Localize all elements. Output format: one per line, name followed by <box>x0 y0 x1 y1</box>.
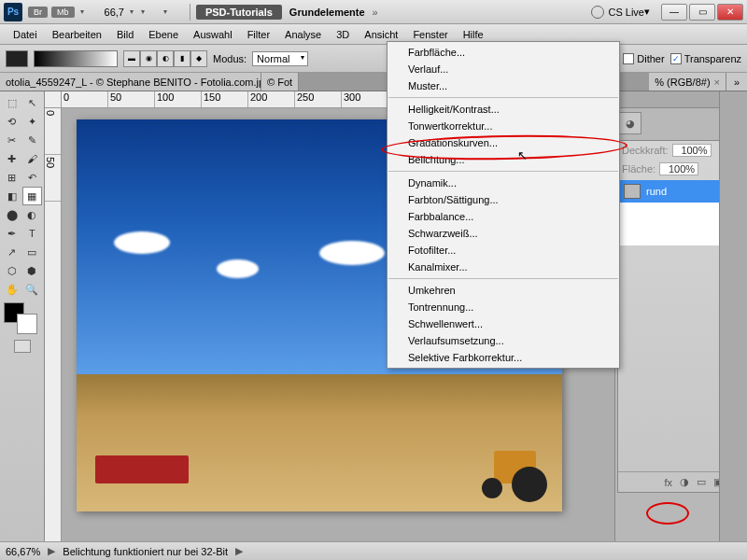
gradient-tool[interactable]: ▦ <box>22 187 43 205</box>
dodge-tool[interactable]: ◐ <box>22 205 43 224</box>
history-tool[interactable]: ↶ <box>22 168 43 187</box>
chevrons-icon[interactable]: » <box>373 7 378 18</box>
menu-farbflaeche[interactable]: Farbfläche... <box>388 44 619 61</box>
color-swatches[interactable] <box>2 302 39 334</box>
reflected-gradient-icon[interactable]: ▮ <box>174 50 190 67</box>
menu-farbbalance[interactable]: Farbbalance... <box>388 208 619 225</box>
radial-gradient-icon[interactable]: ◉ <box>140 50 157 67</box>
diamond-gradient-icon[interactable]: ◆ <box>190 50 207 67</box>
tabs-overflow[interactable]: » <box>726 73 747 91</box>
menu-muster[interactable]: Muster... <box>388 77 619 94</box>
bridge-button[interactable]: Br <box>28 7 48 18</box>
status-bar: 66,67% ▶ Belichtung funktioniert nur bei… <box>0 541 747 560</box>
close-icon[interactable]: × <box>714 77 720 88</box>
layer-name: rund <box>646 186 667 197</box>
doc-tab-1[interactable]: otolia_4559247_L - © Stephane BENITO - F… <box>0 73 261 91</box>
quickmask-icon[interactable] <box>14 340 31 353</box>
eraser-tool[interactable]: ◧ <box>2 187 22 205</box>
flaeche-input[interactable]: 100% <box>659 162 698 175</box>
menu-schwarzweiss[interactable]: Schwarzweiß... <box>388 225 619 242</box>
doc-tab-2a[interactable]: © Fot <box>261 73 299 91</box>
color-panel-icon[interactable]: ◕ <box>619 112 641 134</box>
heal-tool[interactable]: ✚ <box>2 149 22 168</box>
blur-tool[interactable]: ⬤ <box>2 205 22 224</box>
menu-belichtung[interactable]: Belichtung... <box>388 151 619 168</box>
shape-tool[interactable]: ▭ <box>22 243 43 261</box>
panel-dock-strip[interactable] <box>719 91 747 541</box>
psd-tutorials-button[interactable]: PSD-Tutorials <box>196 5 282 20</box>
cs-live-button[interactable]: CS Live ▾ <box>591 6 650 19</box>
title-bar: Ps Br Mb 66,7 PSD-Tutorials Grundelement… <box>0 0 747 24</box>
menu-farbton[interactable]: Farbton/Sättigung... <box>388 191 619 208</box>
menu-tonwertkorrektur[interactable]: Tonwertkorrektur... <box>388 118 619 134</box>
doc-tab-2b[interactable]: % (RGB/8#)× <box>649 73 726 91</box>
transparenz-checkbox[interactable]: ✓Transparenz <box>670 53 741 64</box>
marquee-tool[interactable]: ↖ <box>22 93 43 112</box>
menu-3d[interactable]: 3D <box>329 26 357 43</box>
menu-selektive-farbkorrektur[interactable]: Selektive Farbkorrektur... <box>388 349 619 366</box>
close-button[interactable]: ✕ <box>717 4 743 21</box>
menu-fotofilter[interactable]: Fotofilter... <box>388 242 619 259</box>
status-message: Belichtung funktioniert nur bei 32-Bit <box>63 546 228 557</box>
view-mode-dropdown[interactable] <box>78 7 95 16</box>
modus-select[interactable]: Normal <box>252 51 307 66</box>
menu-filter[interactable]: Filter <box>240 26 277 43</box>
crop-tool[interactable]: ✂ <box>2 131 22 149</box>
wand-tool[interactable]: ✦ <box>22 112 43 131</box>
gradient-picker[interactable] <box>34 50 118 67</box>
menu-ansicht[interactable]: Ansicht <box>357 26 405 43</box>
deckkraft-input[interactable]: 100% <box>672 144 712 157</box>
arrange-dropdown[interactable] <box>139 7 156 16</box>
3d-camera-tool[interactable]: ⬢ <box>22 261 43 280</box>
menu-hilfe[interactable]: Hilfe <box>456 26 491 43</box>
linear-gradient-icon[interactable]: ▬ <box>123 50 140 67</box>
menu-bar: Datei Bearbeiten Bild Ebene Auswahl Filt… <box>0 24 747 45</box>
screen-dropdown[interactable] <box>162 7 178 16</box>
menu-gradationskurven[interactable]: Gradationskurven... <box>388 134 619 151</box>
3d-tool[interactable]: ⬡ <box>2 261 22 280</box>
maximize-button[interactable]: ▭ <box>689 4 715 21</box>
menu-helligkeit[interactable]: Helligkeit/Kontrast... <box>388 101 619 118</box>
move-tool[interactable]: ⬚ <box>2 93 22 112</box>
zoom-dropdown[interactable] <box>128 7 134 16</box>
brush-tool[interactable]: 🖌 <box>22 149 43 168</box>
status-zoom[interactable]: 66,67% <box>6 546 40 557</box>
minibridge-button[interactable]: Mb <box>51 7 75 18</box>
menu-dynamik[interactable]: Dynamik... <box>388 175 619 191</box>
deckkraft-label: Deckkraft: <box>622 145 669 156</box>
hand-tool[interactable]: ✋ <box>2 280 22 299</box>
menu-bearbeiten[interactable]: Bearbeiten <box>45 26 109 43</box>
menu-fenster[interactable]: Fenster <box>405 26 455 43</box>
eyedropper-tool[interactable]: ✎ <box>22 131 43 149</box>
fx-icon[interactable]: fx <box>664 477 672 488</box>
menu-tontrennung[interactable]: Tontrennung... <box>388 299 619 315</box>
chevron-icon[interactable]: ▶ <box>48 545 55 557</box>
workspace-label[interactable]: Grundelemente <box>289 7 365 18</box>
menu-ebene[interactable]: Ebene <box>141 26 186 43</box>
ruler-vertical: 050 <box>45 108 62 541</box>
type-tool[interactable]: T <box>22 224 43 243</box>
angle-gradient-icon[interactable]: ◐ <box>157 50 174 67</box>
menu-schwellenwert[interactable]: Schwellenwert... <box>388 315 619 332</box>
tool-preset[interactable] <box>6 50 28 67</box>
chevron-icon[interactable]: ▶ <box>235 545 243 557</box>
folder-icon[interactable]: ▭ <box>697 476 706 488</box>
menu-verlauf[interactable]: Verlauf... <box>388 61 619 77</box>
adjustment-layer-icon[interactable]: ◑ <box>680 476 689 488</box>
menu-kanalmixer[interactable]: Kanalmixer... <box>388 259 619 275</box>
menu-bild[interactable]: Bild <box>109 26 141 43</box>
menu-umkehren[interactable]: Umkehren <box>388 282 619 299</box>
stamp-tool[interactable]: ⊞ <box>2 168 22 187</box>
pen-tool[interactable]: ✒ <box>2 224 22 243</box>
lasso-tool[interactable]: ⟲ <box>2 112 22 131</box>
menu-auswahl[interactable]: Auswahl <box>186 26 240 43</box>
menu-verlaufsumsetzung[interactable]: Verlaufsumsetzung... <box>388 332 619 349</box>
minimize-button[interactable]: — <box>661 4 687 21</box>
options-bar: ▬ ◉ ◐ ▮ ◆ Modus: Normal Dither ✓Transpar… <box>0 45 747 73</box>
path-tool[interactable]: ↗ <box>2 243 22 261</box>
menu-datei[interactable]: Datei <box>6 26 45 43</box>
menu-analyse[interactable]: Analyse <box>277 26 329 43</box>
zoom-tool[interactable]: 🔍 <box>22 280 43 299</box>
zoom-value[interactable]: 66,7 <box>105 7 124 18</box>
dither-checkbox[interactable]: Dither <box>623 53 664 64</box>
